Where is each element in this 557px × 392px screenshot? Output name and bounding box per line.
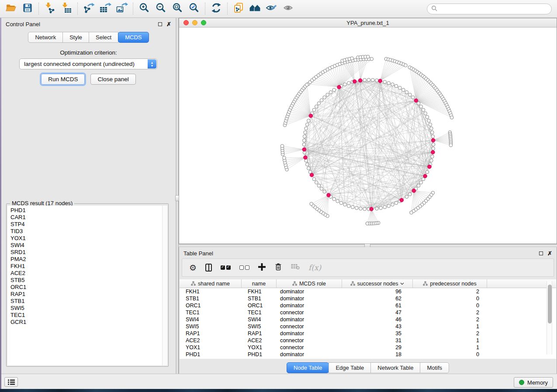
mcds-result-item[interactable]: ORC1 [10,284,162,291]
mcds-list-scrollbar[interactable] [162,206,167,365]
mcds-result-item[interactable]: FKH1 [10,263,162,270]
mcds-result-item[interactable]: RAP1 [10,291,162,298]
table-row[interactable]: YOX1YOX1connector291 [180,344,556,351]
table-row[interactable]: ACE2ACE2connector311 [180,337,556,344]
open-session-button[interactable] [3,2,18,16]
export-table-button[interactable] [98,2,113,16]
clone-network-button[interactable] [231,2,246,16]
annotation-visibility-button[interactable] [264,2,279,16]
mcds-hub-node[interactable] [309,114,313,118]
tab-motifs[interactable]: Motifs [420,362,449,373]
table-row[interactable]: SWI5SWI5connector431 [180,323,556,330]
status-list-button[interactable] [4,377,18,387]
optimization-criterion-select[interactable]: largest connected component (undirected)… [19,58,157,69]
tab-edge-table[interactable]: Edge Table [329,362,371,373]
search-input[interactable] [437,6,547,12]
table-row[interactable]: FKH1FKH1dominator962 [180,288,556,295]
refresh-layout-button[interactable] [209,2,224,16]
table-row[interactable]: RAP1RAP1dominator352 [180,330,556,337]
mcds-hub-node[interactable] [414,99,418,103]
zoom-out-button[interactable] [153,2,168,16]
import-table-button[interactable] [59,2,74,16]
tab-mcds[interactable]: MCDS [118,32,149,43]
export-network-button[interactable] [81,2,96,16]
mcds-hub-node[interactable] [423,174,427,178]
run-mcds-button[interactable]: Run MCDS [41,74,85,85]
tab-select[interactable]: Select [89,32,118,43]
table-cell: dominator [277,351,342,358]
table-body: FKH1FKH1dominator962STB1STB1dominator620… [180,288,556,358]
tab-style[interactable]: Style [62,32,89,43]
float-panel-icon[interactable] [158,22,162,26]
mcds-result-item[interactable]: STB1 [10,298,162,305]
zoom-fit-button[interactable] [170,2,185,16]
mcds-hub-node[interactable] [412,189,416,193]
network-canvas[interactable] [179,28,557,244]
table-row[interactable]: SWI4SWI4dominator462 [180,316,556,323]
mcds-result-item[interactable]: PMA2 [10,256,162,263]
deselect-all-columns-button[interactable] [239,265,249,270]
mcds-hub-node[interactable] [327,193,331,197]
mcds-result-item[interactable]: PHD1 [10,207,162,214]
close-panel-icon[interactable]: ✗ [166,21,171,27]
mcds-result-item[interactable]: SRD1 [10,249,162,256]
first-neighbors-button[interactable] [248,2,263,16]
mcds-result-item[interactable]: TEC1 [10,312,162,319]
mcds-result-item[interactable]: SWI5 [10,305,162,312]
mcds-result-item[interactable]: CAR1 [10,214,162,221]
table-row[interactable]: ORC1ORC1dominator610 [180,302,556,309]
float-panel-icon[interactable] [539,251,543,255]
mcds-hub-node[interactable] [428,165,432,169]
table-options-button[interactable]: ⚙ [189,264,197,272]
mcds-result-item[interactable]: ACE2 [10,270,162,277]
table-row[interactable]: TEC1TEC1connector472 [180,309,556,316]
table-row[interactable]: STB1STB1dominator620 [180,295,556,302]
import-network-button[interactable] [42,2,57,16]
mcds-result-item[interactable]: TID3 [10,228,162,235]
search-field[interactable] [427,3,552,14]
add-column-button[interactable] [258,263,266,272]
mcds-hub-node[interactable] [358,79,362,83]
mcds-hub-node[interactable] [304,156,308,160]
table-row[interactable]: PHD1PHD1dominator180 [180,351,556,358]
mcds-hub-node[interactable] [302,148,306,151]
column-header-predecessor-nodes[interactable]: predecessor nodes [413,279,487,288]
mcds-result-item[interactable]: STB5 [10,277,162,284]
close-panel-icon[interactable]: ✗ [547,251,552,256]
mcds-hub-node[interactable] [310,173,314,177]
graphics-details-button[interactable] [281,2,296,16]
mcds-hub-node[interactable] [431,151,435,155]
scrollbar-thumb[interactable] [548,285,552,323]
mcds-result-item[interactable]: STP4 [10,221,162,228]
table-scrollbar[interactable] [547,281,552,354]
tab-network-table[interactable]: Network Table [370,362,420,373]
checked-box-icon [221,265,225,270]
horizontal-splitter[interactable] [179,244,557,247]
mcds-hub-node[interactable] [378,79,382,83]
mcds-hub-node[interactable] [431,138,435,142]
mcds-hub-node[interactable] [370,207,374,211]
select-all-columns-button[interactable] [221,265,231,270]
column-header-name[interactable]: name [242,279,277,288]
tab-network[interactable]: Network [28,32,63,43]
mcds-result-item[interactable]: SWI4 [10,242,162,249]
show-columns-button[interactable] [205,264,212,272]
zoom-in-button[interactable] [137,2,152,16]
close-panel-button[interactable]: Close panel [90,74,135,85]
network-graph[interactable] [179,28,557,244]
column-header-mcds-role[interactable]: MCDS role [277,279,342,288]
mcds-result-item[interactable]: YOX1 [10,235,162,242]
mcds-result-item[interactable]: GCR1 [10,319,162,326]
mcds-hub-node[interactable] [337,85,341,89]
export-image-button[interactable] [114,2,129,16]
criterion-selected-value: largest connected component (undirected) [24,61,135,67]
save-session-button[interactable] [20,2,35,16]
delete-column-button[interactable] [274,262,282,273]
column-header-shared-name[interactable]: shared name [180,279,242,288]
tab-node-table[interactable]: Node Table [287,362,329,373]
column-header-successor-nodes[interactable]: successor nodes [342,279,413,288]
mcds-hub-node[interactable] [353,79,356,83]
memory-button[interactable]: Memory [514,377,553,388]
mcds-hub-node[interactable] [400,198,404,202]
zoom-selected-button[interactable] [187,2,201,16]
